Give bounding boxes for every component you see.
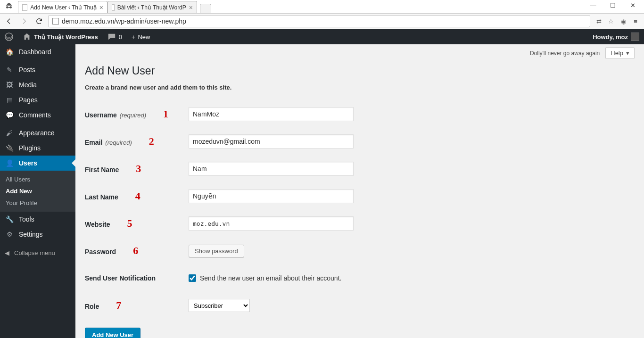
appearance-icon: 🖌 — [5, 129, 14, 137]
add-new-user-button[interactable]: Add New User — [85, 328, 140, 338]
new-label: New — [138, 33, 150, 41]
tab-title: Add New User ‹ Thủ Thuậ — [30, 4, 97, 11]
settings-icon: ⚙ — [5, 231, 14, 238]
tools-icon: 🔧 — [5, 215, 14, 223]
users-icon: 👤 — [5, 159, 14, 167]
window-maximize-icon[interactable]: ☐ — [606, 2, 619, 9]
howdy-account[interactable]: Howdy, moz — [588, 29, 644, 44]
browser-toolbar: demo.moz.edu.vn/wp-admin/user-new.php ⇄ … — [0, 13, 644, 29]
sidebar-item-plugins[interactable]: 🔌Plugins — [0, 140, 75, 156]
notify-checkbox-text: Send the new user an email about their a… — [200, 274, 341, 282]
site-name: Thủ Thuật WordPress — [34, 33, 98, 41]
browser-tab-active[interactable]: Add New User ‹ Thủ Thuậ × — [18, 1, 107, 13]
page-icon — [52, 18, 59, 25]
wp-logo[interactable] — [0, 29, 18, 44]
lastname-label: Last Name — [85, 193, 118, 201]
star-icon[interactable]: ☆ — [607, 17, 615, 25]
posts-icon: ✎ — [5, 66, 14, 74]
tab-close-icon[interactable]: × — [99, 4, 103, 11]
avatar — [631, 33, 639, 41]
collapse-icon: ◀ — [5, 249, 9, 256]
help-button[interactable]: Help▾ — [605, 47, 635, 59]
back-button[interactable] — [3, 15, 15, 27]
email-label: Email — [85, 139, 102, 146]
annotation-5: 5 — [127, 217, 132, 230]
hello-dolly-text: Dolly'll never go away again — [530, 50, 600, 57]
annotation-1: 1 — [163, 108, 168, 120]
plugins-icon: 🔌 — [5, 144, 14, 152]
submenu-add-new[interactable]: Add New — [0, 185, 75, 197]
website-label: Website — [85, 221, 110, 228]
profile-icon[interactable]: ◉ — [619, 17, 627, 25]
favicon-icon — [112, 4, 115, 11]
reload-button[interactable] — [33, 15, 45, 27]
firstname-input[interactable] — [189, 162, 354, 176]
sidebar-item-users[interactable]: 👤Users — [0, 156, 75, 171]
password-label: Password — [85, 248, 116, 256]
main-content: Dolly'll never go away again Help▾ Add N… — [75, 44, 644, 338]
annotation-3: 3 — [136, 163, 141, 175]
sidebar-item-pages[interactable]: ▤Pages — [0, 92, 75, 107]
browser-tab[interactable]: Bài viết ‹ Thủ Thuật WordP × — [107, 1, 197, 13]
menu-icon[interactable]: ≡ — [632, 17, 639, 25]
comment-icon — [107, 33, 116, 41]
collapse-menu[interactable]: ◀Collapse menu — [0, 245, 75, 261]
lastname-input[interactable] — [189, 189, 354, 203]
wp-admin-bar: Thủ Thuật WordPress 0 + New Howdy, moz — [0, 29, 644, 44]
comments-link[interactable]: 0 — [103, 29, 127, 44]
admin-sidebar: 🏠Dashboard ✎Posts 🖾Media ▤Pages 💬Comment… — [0, 44, 75, 338]
show-password-button[interactable]: Show password — [189, 245, 244, 257]
dashboard-icon: 🏠 — [5, 48, 14, 56]
window-close-icon[interactable]: ✕ — [626, 2, 639, 9]
translate-icon[interactable]: ⇄ — [595, 17, 603, 25]
submenu-all-users[interactable]: All Users — [0, 173, 75, 185]
site-link[interactable]: Thủ Thuật WordPress — [18, 29, 103, 44]
users-submenu: All Users Add New Your Profile — [0, 171, 75, 212]
firstname-label: First Name — [85, 166, 119, 173]
incognito-icon — [4, 2, 14, 11]
tab-close-icon[interactable]: × — [189, 4, 193, 11]
sidebar-item-tools[interactable]: 🔧Tools — [0, 212, 75, 227]
annotation-7: 7 — [116, 299, 121, 312]
submenu-your-profile[interactable]: Your Profile — [0, 197, 75, 209]
plus-icon: + — [132, 33, 135, 41]
username-label: Username — [85, 111, 117, 119]
comments-count: 0 — [119, 33, 122, 41]
home-icon — [23, 33, 31, 41]
sidebar-item-settings[interactable]: ⚙Settings — [0, 227, 75, 242]
email-input[interactable] — [189, 134, 354, 148]
howdy-text: Howdy, moz — [593, 33, 628, 41]
url-text: demo.moz.edu.vn/wp-admin/user-new.php — [62, 17, 186, 25]
notify-checkbox[interactable] — [189, 274, 196, 282]
sidebar-item-media[interactable]: 🖾Media — [0, 77, 75, 92]
new-tab-button[interactable] — [200, 4, 211, 13]
pages-icon: ▤ — [5, 96, 14, 104]
page-description: Create a brand new user and add them to … — [85, 84, 635, 91]
sidebar-item-comments[interactable]: 💬Comments — [0, 107, 75, 123]
website-input[interactable] — [189, 216, 354, 231]
sidebar-item-appearance[interactable]: 🖌Appearance — [0, 125, 75, 140]
role-select[interactable]: Subscriber — [189, 299, 250, 312]
annotation-6: 6 — [133, 245, 138, 257]
comments-icon: 💬 — [5, 111, 14, 119]
username-input[interactable] — [189, 107, 354, 121]
url-bar[interactable]: demo.moz.edu.vn/wp-admin/user-new.php — [48, 15, 590, 27]
window-minimize-icon[interactable]: — — [586, 2, 600, 9]
page-title: Add New User — [85, 65, 635, 77]
role-label: Role — [85, 303, 99, 310]
browser-title-bar: Add New User ‹ Thủ Thuậ × Bài viết ‹ Thủ… — [0, 0, 644, 13]
sidebar-item-posts[interactable]: ✎Posts — [0, 62, 75, 77]
forward-button[interactable] — [18, 15, 30, 27]
favicon-icon — [22, 4, 27, 11]
media-icon: 🖾 — [5, 81, 14, 89]
annotation-2: 2 — [149, 135, 154, 148]
notify-label: Send User Notification — [85, 274, 156, 282]
tab-title: Bài viết ‹ Thủ Thuật WordP — [117, 4, 186, 11]
sidebar-item-dashboard[interactable]: 🏠Dashboard — [0, 44, 75, 59]
new-content-link[interactable]: + New — [127, 29, 155, 44]
chevron-down-icon: ▾ — [626, 49, 629, 57]
annotation-4: 4 — [135, 190, 140, 202]
